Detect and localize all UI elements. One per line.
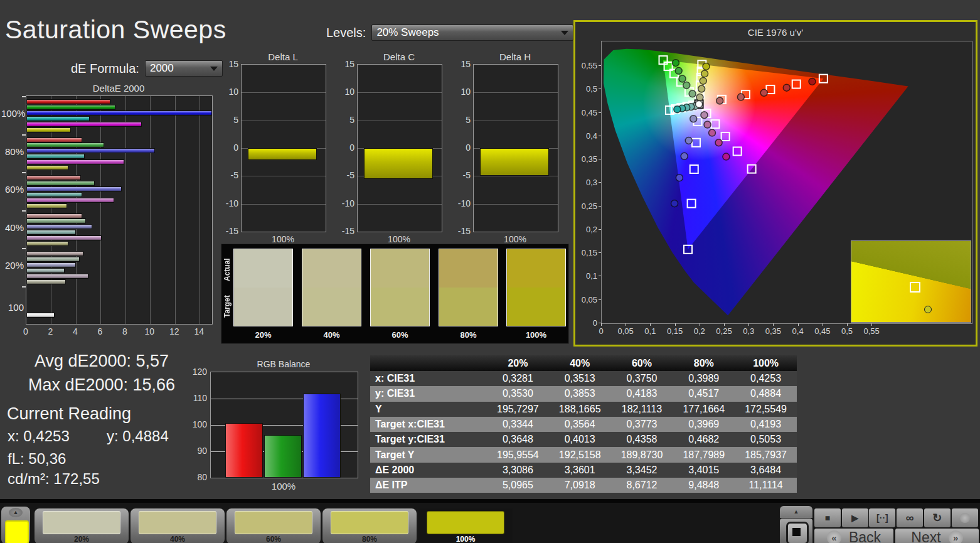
app-window: Saturation Sweeps dE Formula: 2000 Level… [0,0,980,543]
x-axis-label: 100% [210,481,357,492]
row-label: Target Y [370,449,487,461]
actual-swatch [234,249,292,288]
delta-chart-l: Delta L151050-5-10-15100% [223,51,328,245]
target-square [819,75,828,83]
bar [225,423,263,478]
refresh-button[interactable]: ↻ [924,508,951,527]
chevron-up-icon[interactable]: ▲ [9,508,23,517]
table-header-row: 20%40%60%80%100% [370,355,797,371]
loop-range-button[interactable]: [··] [869,508,895,527]
current-pattern-swatch[interactable] [5,520,29,543]
table-cell: 0,3344 [487,419,549,430]
x-tick-label: 0,25 [713,326,735,336]
pattern-tile-20%[interactable]: 20% [35,508,129,543]
blank-button[interactable] [952,508,978,527]
chart-title: Delta L [241,51,325,62]
table-row: x: CIE310,32810,35130,37500,39890,4253 [370,371,797,386]
row-label: Y [370,404,487,415]
target-square [684,245,692,254]
levels-dropdown[interactable]: 20% Sweeps [371,24,573,41]
square-icon [786,522,809,543]
de-formula-dropdown[interactable]: 2000 [145,60,223,77]
bar [26,175,81,180]
patch-label: 40% [302,330,361,340]
chevron-up-icon[interactable]: ▲ [780,506,812,518]
gridline [358,204,442,205]
x-tick-label: 8 [120,326,130,336]
pattern-tile-80%[interactable]: 80% [322,508,417,543]
axis-tick [675,323,676,326]
cie-plot [601,41,972,324]
measured-point [698,85,705,92]
page-title: Saturation Sweeps [5,15,226,45]
bar [26,105,115,110]
tile-swatch [43,511,120,534]
target-swatch [439,288,498,326]
rgb-balance-chart: RGB Balance 1201101009080100% [169,357,370,495]
play-icon: ▶ [851,513,858,523]
gridline [242,121,326,121]
x-tick-label: 0,45 [811,326,834,336]
x-tick-label: 0,3 [737,326,760,336]
y-tick-label: -15 [339,226,354,236]
axis-tick [599,136,601,136]
delta-chart-c: Delta C151050-5-10-15100% [339,51,444,245]
bar [26,279,66,284]
infinity-button[interactable]: ∞ [897,508,923,527]
next-button[interactable]: Next » [895,529,979,543]
table-cell: 0,3853 [549,388,611,399]
color-patch [233,249,293,326]
group-label: 40% [1,222,24,233]
table-row: y: CIE310,35300,38530,41830,45170,4884 [370,386,797,401]
measured-point [783,84,790,91]
y-tick-label: 0 [455,142,471,153]
chart-title: Delta H [473,51,557,62]
tile-swatch [427,511,504,534]
reading-fl: fL: 50,36 [8,450,66,468]
table-cell: 182,1113 [611,404,673,415]
bar [26,165,68,170]
y-tick-label: 5 [455,115,471,125]
y-tick-label: 80 [191,472,207,482]
bar [26,218,86,223]
pattern-tile-60%[interactable]: 60% [226,508,321,543]
table-cell: 0,3530 [487,388,549,399]
measured-point [676,175,683,181]
measured-point [671,200,678,207]
pattern-tile-100%[interactable]: 100% [418,508,513,543]
stop-button[interactable]: ■ [814,508,841,527]
measured-point [685,137,692,144]
column-header: 60% [611,358,673,369]
bar [26,241,68,246]
y-tick-label: 10 [223,87,238,97]
y-tick-label: 5 [223,115,238,125]
disc-icon [960,513,970,523]
refresh-icon: ↻ [932,511,942,525]
axis-tick [871,323,872,326]
target-swatch [371,288,429,326]
bar [26,274,88,279]
play-button[interactable]: ▶ [842,508,868,527]
measured-point [696,100,703,107]
pattern-tile-40%[interactable]: 40% [130,508,225,543]
y-tick-label: 0,05 [577,295,597,304]
x-tick-label: 0 [590,326,612,336]
cie-panel[interactable]: CIE 1976 u'v' 00,050,10,150,20,250,30,35… [573,20,977,347]
bar [248,148,317,160]
axis-tick [599,159,601,159]
y-tick-label: 0 [339,142,354,153]
back-button[interactable]: « Back [814,529,893,543]
table-cell: 3,6484 [735,465,797,476]
measured-point [715,139,722,146]
gridline [474,176,558,176]
measured-point [723,153,730,160]
tile-label: 80% [322,535,417,543]
bar [26,192,82,197]
gridline [474,92,558,93]
x-tick-label: 14 [194,326,204,336]
pattern-window-button[interactable] [780,519,812,543]
bar [364,148,433,179]
table-cell: 0,3281 [487,373,549,384]
table-cell: 195,7297 [487,404,549,415]
delta-plot [473,64,558,232]
